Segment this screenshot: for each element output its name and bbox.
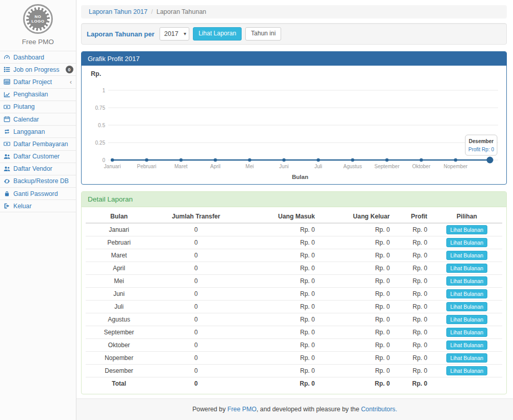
table-row: Oktober0Rp. 0Rp. 0Rp. 0Lihat Bulanan: [86, 339, 502, 352]
cell-jumlah: 0: [152, 377, 240, 390]
breadcrumb: Laporan Tahun 2017 / Laporan Tahunan: [81, 5, 507, 18]
cell-bulan: Maret: [86, 249, 152, 262]
money-icon: [3, 103, 10, 110]
svg-text:April: April: [210, 164, 221, 169]
sidebar-item-label: Daftar Pembayaran: [13, 141, 68, 148]
cell-pilihan: Lihat Bulanan: [431, 288, 502, 301]
svg-text:Profit Rp: 0: Profit Rp: 0: [468, 147, 494, 152]
cell-masuk: Rp. 0: [240, 352, 319, 365]
cell-masuk: Rp. 0: [240, 365, 319, 377]
lihat-bulanan-button[interactable]: Lihat Bulanan: [446, 238, 487, 247]
lihat-bulanan-button[interactable]: Lihat Bulanan: [446, 328, 487, 337]
svg-text:Pebruari: Pebruari: [137, 164, 156, 169]
lihat-bulanan-button[interactable]: Lihat Bulanan: [446, 276, 487, 286]
cell-keluar: Rp. 0: [319, 377, 394, 390]
lihat-bulanan-button[interactable]: Lihat Bulanan: [446, 341, 487, 350]
sidebar-item-keluar[interactable]: Keluar: [0, 200, 76, 212]
cell-bulan: September: [86, 326, 152, 339]
sidebar-item-label: Dashboard: [13, 54, 44, 61]
column-header-uang-keluar: Uang Keluar: [319, 210, 394, 223]
cell-masuk: Rp. 0: [240, 275, 319, 288]
sidebar-item-backup-restore-db[interactable]: Backup/Restore DB: [0, 175, 76, 188]
lihat-bulanan-button[interactable]: Lihat Bulanan: [446, 302, 487, 311]
lihat-laporan-button[interactable]: Lihat Laporan: [193, 27, 242, 41]
sidebar-item-dashboard[interactable]: Dashboard: [0, 51, 76, 64]
cell-bulan: Total: [86, 377, 152, 390]
sidebar-item-label: Keluar: [13, 203, 32, 210]
svg-text:0.5: 0.5: [98, 123, 105, 128]
sidebar-item-piutang[interactable]: Piutang: [0, 101, 76, 113]
cell-keluar: Rp. 0: [319, 301, 394, 313]
svg-text:Desember: Desember: [469, 138, 494, 144]
cell-keluar: Rp. 0: [319, 288, 394, 301]
cell-pilihan: Lihat Bulanan: [431, 313, 502, 326]
cell-profit: Rp. 0: [394, 339, 431, 352]
sidebar-item-label: Penghasilan: [13, 91, 48, 98]
sidebar-item-daftar-project[interactable]: Daftar Project‹: [0, 76, 76, 88]
year-select-wrap: 2017: [160, 27, 189, 41]
cell-pilihan: Lihat Bulanan: [431, 249, 502, 262]
sidebar-item-penghasilan[interactable]: Penghasilan: [0, 89, 76, 101]
svg-text:September: September: [374, 164, 400, 169]
lihat-bulanan-button[interactable]: Lihat Bulanan: [446, 289, 487, 298]
chevron-left-icon: ‹: [70, 78, 72, 86]
sidebar-item-daftar-customer[interactable]: Daftar Customer: [0, 151, 76, 163]
cell-pilihan: Lihat Bulanan: [431, 236, 502, 249]
cell-pilihan: Lihat Bulanan: [431, 339, 502, 352]
lihat-bulanan-button[interactable]: Lihat Bulanan: [446, 366, 487, 375]
lihat-bulanan-button[interactable]: Lihat Bulanan: [446, 251, 487, 260]
report-table: BulanJumlah TransferUang MasukUang Kelua…: [86, 210, 502, 390]
cell-keluar: Rp. 0: [319, 262, 394, 275]
cell-jumlah: 0: [152, 313, 240, 326]
column-header-profit: Profit: [394, 210, 431, 223]
chart-panel-title: Grafik Profit 2017: [82, 52, 506, 66]
no-logo-seal-icon: NO LOGO: [26, 7, 50, 31]
cell-masuk: Rp. 0: [240, 339, 319, 352]
contributors-link[interactable]: Contributors.: [361, 406, 397, 413]
report-table-header: BulanJumlah TransferUang MasukUang Kelua…: [86, 210, 502, 223]
money-icon: [3, 141, 10, 148]
cell-bulan: Agustus: [86, 313, 152, 326]
chart-canvas[interactable]: Rp.00.250.50.751JanuariPebruariMaretApri…: [82, 66, 506, 184]
lihat-bulanan-button[interactable]: Lihat Bulanan: [446, 225, 487, 234]
cell-keluar: Rp. 0: [319, 236, 394, 249]
cell-jumlah: 0: [152, 288, 240, 301]
total-row: Total0Rp. 0Rp. 0Rp. 0: [86, 377, 502, 390]
calendar-icon: [3, 116, 10, 123]
lihat-bulanan-button[interactable]: Lihat Bulanan: [446, 353, 487, 363]
cell-masuk: Rp. 0: [240, 236, 319, 249]
footer-text-prefix: Powered by: [192, 406, 227, 413]
cell-bulan: Desember: [86, 365, 152, 377]
cell-pilihan: Lihat Bulanan: [431, 352, 502, 365]
sidebar-item-daftar-vendor[interactable]: Daftar Vendor: [0, 163, 76, 175]
tahun-ini-button[interactable]: Tahun ini: [245, 27, 281, 41]
sidebar-item-ganti-password[interactable]: Ganti Password: [0, 188, 76, 200]
year-select[interactable]: 2017: [160, 27, 189, 41]
sidebar-item-job-on-progress[interactable]: Job on Progress0: [0, 64, 76, 76]
free-pmo-link[interactable]: Free PMO: [227, 406, 256, 413]
sidebar-item-langganan[interactable]: Langganan: [0, 126, 76, 138]
page-footer: Powered by Free PMO, and developed with …: [76, 398, 513, 420]
sidebar-item-label: Piutang: [13, 103, 35, 110]
lihat-bulanan-button[interactable]: Lihat Bulanan: [446, 315, 487, 324]
cell-profit: Rp. 0: [394, 288, 431, 301]
cell-keluar: Rp. 0: [319, 249, 394, 262]
sidebar-item-calendar[interactable]: Calendar: [0, 113, 76, 126]
sidebar-menu: DashboardJob on Progress0Daftar Project‹…: [0, 51, 76, 212]
cell-pilihan: Lihat Bulanan: [431, 223, 502, 236]
sidebar-item-label: Daftar Customer: [13, 153, 60, 160]
breadcrumb-link-laporan-tahun[interactable]: Laporan Tahun 2017: [89, 8, 147, 15]
lihat-bulanan-button[interactable]: Lihat Bulanan: [446, 264, 487, 273]
sidebar-item-daftar-pembayaran[interactable]: Daftar Pembayaran: [0, 138, 76, 150]
main-content: Laporan Tahun 2017 / Laporan Tahunan Lap…: [76, 0, 513, 420]
cell-pilihan: Lihat Bulanan: [431, 275, 502, 288]
cell-jumlah: 0: [152, 236, 240, 249]
breadcrumb-current: Laporan Tahunan: [156, 8, 206, 15]
table-panel-title: Detail Laporan: [82, 192, 506, 207]
cell-masuk: Rp. 0: [240, 301, 319, 313]
table-icon: [3, 78, 10, 86]
cell-profit: Rp. 0: [394, 352, 431, 365]
cell-profit: Rp. 0: [394, 223, 431, 236]
cell-masuk: Rp. 0: [240, 326, 319, 339]
users-icon: [3, 165, 10, 172]
